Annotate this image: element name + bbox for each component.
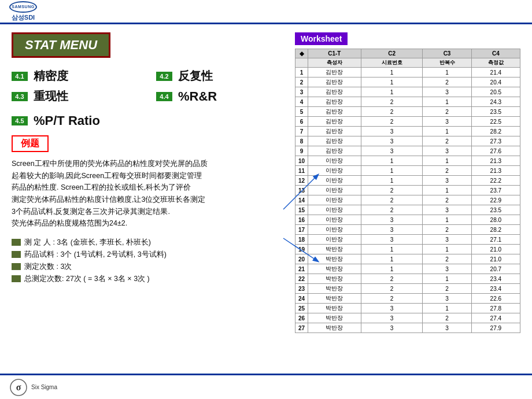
info-icon-4 — [12, 275, 21, 282]
table-row: 23박반장2223.4 — [295, 284, 520, 294]
cell-c2: 3 — [361, 215, 423, 225]
cell-c4: 23.4 — [471, 274, 520, 284]
cell-c4: 28.2 — [471, 225, 520, 235]
cell-c3: 3 — [423, 176, 471, 186]
info-text-3: 测定次数 : 3次 — [24, 262, 72, 272]
row-number: 22 — [295, 274, 308, 284]
table-row: 26박반장3227.4 — [295, 313, 520, 323]
menu-item-44[interactable]: 4.4 %R&R — [156, 88, 283, 104]
worksheet-title: Worksheet — [295, 32, 348, 45]
logo-text: 삼성SDI — [12, 13, 35, 22]
cell-c2: 3 — [361, 235, 423, 245]
badge-44: 4.4 — [156, 92, 172, 101]
table-row: 14이반장2222.9 — [295, 195, 520, 205]
cell-c3: 2 — [423, 107, 471, 117]
row-number: 11 — [295, 166, 308, 176]
cell-c1: 김반장 — [308, 87, 361, 97]
cell-c3: 1 — [423, 186, 471, 195]
sub-header-row: 측성자 시료번호 반복수 측정값 — [295, 58, 520, 68]
menu-item-42[interactable]: 4.2 反复性 — [156, 68, 283, 84]
footer-text: Six Sigma — [31, 384, 57, 390]
menu-item-43[interactable]: 4.3 重现性 — [12, 88, 139, 104]
cell-c3: 3 — [423, 294, 471, 304]
table-row: 21박반장1320.7 — [295, 264, 520, 274]
info-text-1: 测 定 人 : 3名 (金班长, 李班长, 朴班长) — [24, 238, 151, 247]
cell-c4: 20.7 — [471, 264, 520, 274]
cell-c1: 박반장 — [308, 323, 361, 333]
col-c4: C4 — [471, 49, 520, 58]
cell-c4: 21.0 — [471, 254, 520, 264]
info-icon-3 — [12, 263, 21, 270]
cell-c2: 3 — [361, 225, 423, 235]
badge-45: 4.5 — [12, 116, 28, 125]
info-item-4: 总测定次数: 27次 ( = 3名 × 3名 × 3次 ) — [12, 274, 283, 284]
table-row: 9김반장3327.6 — [295, 146, 520, 156]
cell-c1: 박반장 — [308, 274, 361, 284]
six-sigma-logo-icon: σ — [9, 378, 28, 397]
table-row: 27박반장3327.9 — [295, 323, 520, 333]
cell-c4: 23.4 — [471, 284, 520, 294]
cell-c2: 2 — [361, 107, 423, 117]
row-number: 6 — [295, 117, 308, 127]
sub-corner — [295, 58, 308, 68]
table-row: 2김반장1220.4 — [295, 77, 520, 87]
cell-c2: 3 — [361, 313, 423, 323]
cell-c1: 이반장 — [308, 205, 361, 215]
cell-c1: 박반장 — [308, 294, 361, 304]
cell-c3: 3 — [423, 264, 471, 274]
row-number: 15 — [295, 205, 308, 215]
cell-c3: 2 — [423, 284, 471, 294]
table-row: 4김반장2124.3 — [295, 97, 520, 107]
menu-item-41[interactable]: 4.1 精密度 — [12, 68, 139, 84]
cell-c1: 이반장 — [308, 225, 361, 235]
stat-menu-title: STAT MENU — [25, 38, 97, 52]
cell-c2: 2 — [361, 186, 423, 195]
menu-item-45[interactable]: 4.5 %P/T Ratio — [12, 113, 283, 128]
table-row: 18이반장3327.1 — [295, 235, 520, 245]
cell-c1: 김반장 — [308, 77, 361, 87]
cell-c1: 박반장 — [308, 264, 361, 274]
cell-c1: 박반장 — [308, 254, 361, 264]
table-row: 7김반장3128.2 — [295, 127, 520, 136]
cell-c2: 2 — [361, 274, 423, 284]
row-number: 14 — [295, 195, 308, 205]
cell-c2: 3 — [361, 304, 423, 313]
info-text-2: 药品试料 : 3个 (1号试料, 2号试料, 3号试料) — [24, 250, 167, 260]
cell-c4: 21.3 — [471, 156, 520, 166]
cell-c3: 2 — [423, 254, 471, 264]
col-c3: C3 — [423, 49, 471, 58]
table-row: 3김반장1320.5 — [295, 87, 520, 97]
row-number: 24 — [295, 294, 308, 304]
sub-c1: 측성자 — [308, 58, 361, 68]
samsung-logo: SAMSUNG 삼성SDI — [9, 1, 37, 22]
cell-c2: 2 — [361, 205, 423, 215]
row-number: 17 — [295, 225, 308, 235]
cell-c1: 박반장 — [308, 284, 361, 294]
row-number: 23 — [295, 284, 308, 294]
cell-c1: 이반장 — [308, 195, 361, 205]
cell-c2: 2 — [361, 97, 423, 107]
example-box: 例题 — [12, 135, 49, 152]
cell-c2: 1 — [361, 156, 423, 166]
cell-c1: 이반장 — [308, 176, 361, 186]
cell-c3: 2 — [423, 225, 471, 235]
info-text-4: 总测定次数: 27次 ( = 3名 × 3名 × 3次 ) — [24, 274, 150, 284]
info-item-2: 药品试料 : 3个 (1号试料, 2号试料, 3号试料) — [12, 250, 283, 260]
cell-c1: 이반장 — [308, 186, 361, 195]
cell-c4: 20.5 — [471, 87, 520, 97]
cell-c3: 2 — [423, 313, 471, 323]
cell-c2: 2 — [361, 195, 423, 205]
cell-c2: 1 — [361, 254, 423, 264]
main-content: STAT MENU 4.1 精密度 4.2 反复性 4.3 重现性 — [0, 24, 532, 374]
info-item-1: 测 定 人 : 3名 (金班长, 李班长, 朴班长) — [12, 238, 283, 247]
cell-c1: 김반장 — [308, 68, 361, 77]
cell-c2: 1 — [361, 166, 423, 176]
row-number: 12 — [295, 176, 308, 186]
left-panel: STAT MENU 4.1 精密度 4.2 反复性 4.3 重现性 — [12, 32, 283, 365]
badge-42: 4.2 — [156, 72, 172, 81]
cell-c3: 2 — [423, 136, 471, 146]
table-row: 16이반장3128.0 — [295, 215, 520, 225]
col-c1t: C1-T — [308, 49, 361, 58]
table-row: 24박반장2322.6 — [295, 294, 520, 304]
cell-c2: 1 — [361, 264, 423, 274]
